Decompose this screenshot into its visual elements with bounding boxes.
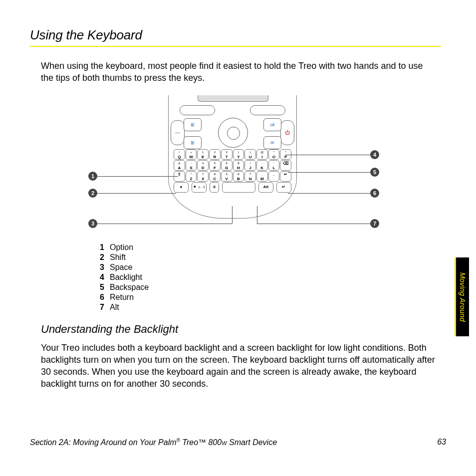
key: "O [268,149,280,160]
key: -S [186,160,197,171]
reg-mark: ® [177,438,180,443]
key: 5F [209,160,221,171]
key: /Q [174,149,185,160]
callout-line [288,172,371,173]
key [222,182,255,193]
footer-text: Smart Device [227,438,277,447]
page-footer: Section 2A: Moving Around on Your Palm® … [30,438,446,447]
key: 4D [197,160,209,171]
page-title: Using the Keyboard [30,27,441,43]
key: 7X [197,171,209,182]
callout-7: 7 [370,219,379,228]
kb-row: &A-S4D5F6G$H!J:K'L⌫ [174,160,291,171]
softkey-right [250,105,285,115]
legend-item: 7Alt [100,303,441,312]
nav-cluster: — ⏻ ⊞ ok ⊞ ✉ [169,117,296,147]
keyboard-diagram: — ⏻ ⊞ ok ⊞ ✉ /Q+W1E2R3T(Y)U@I"O*P&A-S4D5… [76,95,395,235]
key: #B [233,171,244,182]
callout-line [257,224,371,224]
callout-4: 4 [370,150,379,159]
intro-paragraph: When using the keyboard, most people fin… [41,60,435,84]
legend-item: 4Backlight [100,273,441,282]
call-button: — [171,120,185,145]
callout-6: 6 [370,189,379,198]
section-side-tab: Moving Around [456,257,469,336]
legend-item: 1Option [100,243,441,252]
callout-3: 3 [88,219,97,228]
kb-row-bottom: ●✦ ☼ ♫0Alt↵ [174,182,291,193]
phone-outline: — ⏻ ⊞ ok ⊞ ✉ /Q+W1E2R3T(Y)U@I"O*P&A-S4D5… [168,95,297,219]
key: +W [186,149,197,160]
key: 6G [221,160,233,171]
legend-item: 2Shift [100,253,441,262]
qwerty-keyboard: /Q+W1E2R3T(Y)U@I"O*P&A-S4D5F6G$H!J:K'L⌫⇧… [174,149,291,193]
calendar-button: ⊞ [184,136,202,149]
heading-rule [30,46,441,47]
legend-item: 6Return [100,293,441,302]
key: ↵ [280,171,291,182]
callout-line [97,176,178,177]
mail-button: ✉ [263,136,281,149]
kb-row: /Q+W1E2R3T(Y)U@I"O*P [174,149,291,160]
key: @I [256,149,268,160]
softkey-row [180,105,285,115]
key: *Z [186,171,197,182]
footer-section-title: Section 2A: Moving Around on Your Palm® … [30,438,277,447]
kb-row: ⇧*Z7X8C9V#B?N,M.↵ [174,171,291,182]
softkey-left [180,105,215,115]
callout-line [232,206,233,224]
screen-edge [198,95,268,102]
power-button: ⏻ [280,120,294,145]
key: !J [244,160,256,171]
legend-item: 5Backspace [100,283,441,292]
key: 8C [209,171,221,182]
callout-line [97,193,176,194]
start-button: ⊞ [184,118,202,131]
key: ⌫ [280,160,291,171]
key: ?N [244,171,256,182]
subheading: Understanding the Backlight [41,323,441,336]
callout-legend: 1Option2Shift3Space4Backlight5Backspace6… [100,243,441,312]
ok-button: ok [263,118,281,131]
callout-5: 5 [370,168,379,177]
footer-sub: W [222,440,227,446]
key: ↵ [276,182,291,193]
key: 0 [210,182,219,193]
callout-2: 2 [88,189,97,198]
page-number: 63 [437,438,446,447]
callout-line [288,193,371,194]
key: (Y [233,149,244,160]
five-way-nav [218,118,248,148]
body-paragraph-2: Your Treo includes both a keyboard backl… [41,342,435,390]
callout-line [97,224,232,224]
key: $H [233,160,244,171]
key: ✦ ☼ ♫ [192,182,207,193]
legend-item: 3Space [100,263,441,272]
key: ,M [256,171,268,182]
key: 2R [209,149,221,160]
callout-1: 1 [88,172,97,181]
key: 'L [268,160,280,171]
key: 3T [221,149,233,160]
key: :K [256,160,268,171]
key: ● [174,182,189,193]
callout-line [257,206,257,224]
footer-text: Treo™ 800 [180,438,222,447]
key: )U [244,149,256,160]
footer-text: Section 2A: Moving Around on Your Palm [30,438,177,447]
content-area: Using the Keyboard When using the keyboa… [30,27,441,401]
key: 1E [197,149,209,160]
key: . [268,171,280,182]
key: &A [174,160,185,171]
manual-page: Using the Keyboard When using the keyboa… [0,0,476,476]
key: Alt [258,182,273,193]
key: 9V [221,171,233,182]
callout-line [285,155,371,155]
